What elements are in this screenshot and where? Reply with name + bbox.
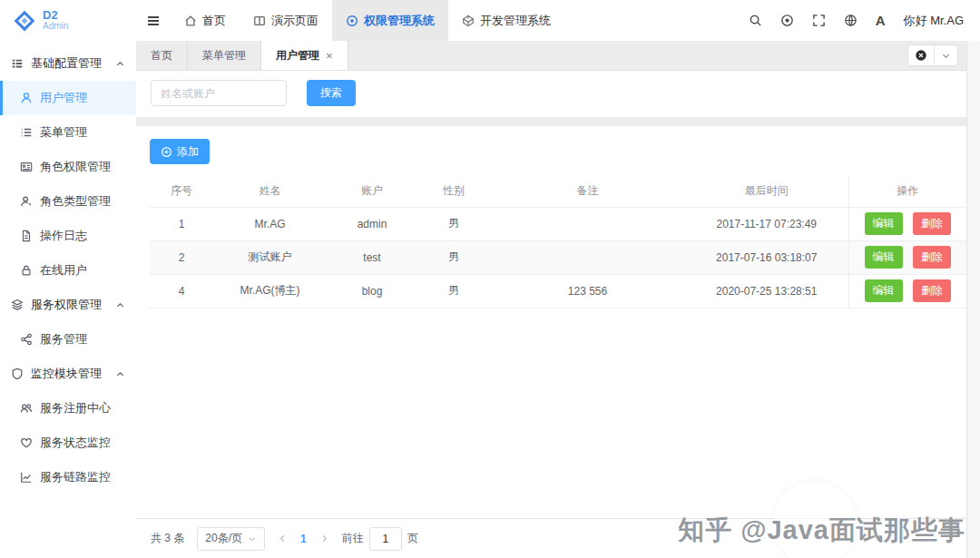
sidebar-item-service-trace[interactable]: 服务链路监控 [0,460,136,494]
edit-button[interactable]: 编辑 [865,212,903,235]
sidebar-item-label: 服务状态监控 [40,435,111,451]
columns-icon [253,15,266,27]
page-number-current[interactable]: 1 [297,533,310,545]
topnav-label: 权限管理系统 [364,13,435,29]
fullscreen-icon[interactable] [812,14,826,27]
tab-close-icon[interactable]: × [326,50,333,62]
tab-label: 用户管理 [276,48,319,64]
cell-name: 测试账户 [213,240,327,274]
page-size-select[interactable]: 20条/页 [197,527,265,551]
brand-line1: D2 [43,9,68,22]
tab-actions-dropdown-button[interactable] [934,45,957,65]
prev-page-button[interactable] [278,534,288,543]
top-nav: 首页 演示页面 权限管理系统 开发管理系统 [171,0,564,41]
chevron-up-icon [115,59,125,69]
sidebar-item-user-management[interactable]: 用户管理 [0,81,136,115]
col-header-name: 姓名 [213,175,327,207]
total-count: 共 3 条 [151,531,184,546]
topnav-label: 首页 [202,13,226,29]
logo-icon [13,9,36,33]
table-row: 1 Mr.AG admin 男 2017-11-17 07:23:49 编辑 删… [150,207,966,240]
tab-bar: 首页 菜单管理 用户管理 × [136,41,980,71]
search-icon[interactable] [749,14,762,27]
users-icon [20,402,33,415]
add-button[interactable]: 添加 [150,139,210,164]
sidebar-item-role-permission[interactable]: 角色权限管理 [0,150,136,184]
search-panel: 搜索 [136,71,980,117]
cell-gender: 男 [417,274,490,308]
tab-label: 首页 [151,48,172,64]
topnav-label: 开发管理系统 [480,13,551,29]
edit-button[interactable]: 编辑 [865,279,903,302]
file-icon [20,230,33,242]
chart-line-icon [20,471,33,484]
sidebar-toggle-button[interactable] [136,0,171,41]
close-all-tabs-button[interactable] [908,45,934,65]
sidebar-item-label: 操作日志 [40,228,87,244]
topnav-label: 演示页面 [271,13,318,29]
sidebar-item-label: 服务链路监控 [40,469,111,485]
content-card: 添加 序号 姓名 账户 性别 备注 最后时间 操作 [136,126,980,518]
scrollbar[interactable] [966,41,980,558]
col-header-time: 最后时间 [685,175,848,207]
share-nodes-icon [20,333,33,346]
cell-name: Mr.AG [213,207,327,240]
cell-gender: 男 [417,240,490,274]
edit-button[interactable]: 编辑 [865,246,903,269]
sidebar-item-label: 服务注册中心 [40,400,111,416]
delete-button[interactable]: 删除 [913,279,951,302]
delete-button[interactable]: 删除 [913,212,951,235]
topnav-item-home[interactable]: 首页 [171,0,240,41]
th-list-icon [11,57,24,70]
table-header-row: 序号 姓名 账户 性别 备注 最后时间 操作 [150,175,966,207]
goto-page-input[interactable] [369,527,402,551]
sidebar-item-operation-log[interactable]: 操作日志 [0,219,136,253]
lock-icon [20,264,33,277]
cell-time: 2020-07-25 13:28:51 [685,274,848,308]
sidebar-item-menu-management[interactable]: 菜单管理 [0,115,136,150]
sidebar-group-monitor-module[interactable]: 监控模块管理 [0,357,136,391]
col-header-account: 账户 [327,175,417,207]
sidebar-item-service-status[interactable]: 服务状态监控 [0,426,136,460]
sidebar-group-basic-config[interactable]: 基础配置管理 [0,46,136,81]
col-header-remark: 备注 [490,175,685,207]
next-page-button[interactable] [319,534,329,543]
cell-account: admin [327,207,417,240]
user-greeting[interactable]: 你好 Mr.AG [904,13,964,29]
sidebar-item-role-type[interactable]: 角色类型管理 [0,184,136,219]
globe-icon[interactable] [844,14,858,27]
sidebar-item-service-management[interactable]: 服务管理 [0,322,136,357]
cell-account: test [327,240,417,274]
cell-time: 2017-11-17 07:23:49 [685,207,848,240]
search-input[interactable] [151,80,287,106]
topnav-item-demo-pages[interactable]: 演示页面 [240,0,332,41]
record-icon[interactable] [780,14,794,27]
id-card-icon [20,161,33,173]
sidebar-item-online-users[interactable]: 在线用户 [0,253,136,288]
sidebar-group-service-permission[interactable]: 服务权限管理 [0,288,136,322]
plus-circle-icon [161,146,172,158]
topnav-item-dev-system[interactable]: 开发管理系统 [448,0,564,41]
goto-page: 前往 页 [342,527,418,551]
col-header-actions: 操作 [848,175,966,207]
app-logo[interactable]: D2 Admin [0,9,136,33]
font-size-icon[interactable]: A [876,13,886,28]
cell-id: 1 [150,207,213,240]
cell-remark [490,207,685,240]
tab-home[interactable]: 首页 [136,41,188,70]
search-button[interactable]: 搜索 [307,80,356,106]
user-icon [20,92,33,104]
cell-name: Mr.AG(博主) [213,274,327,308]
tab-user-management[interactable]: 用户管理 × [261,41,348,70]
table-row: 2 测试账户 test 男 2017-07-16 03:18:07 编辑 删除 [150,240,966,274]
heart-icon [20,436,33,449]
table-row: 4 Mr.AG(博主) blog 男 123 556 2020-07-25 13… [150,274,966,308]
delete-button[interactable]: 删除 [913,246,951,269]
topnav-item-permission-system[interactable]: 权限管理系统 [332,0,448,41]
sidebar-item-service-registry[interactable]: 服务注册中心 [0,391,136,426]
tab-menu-management[interactable]: 菜单管理 [188,41,261,70]
sidebar-item-label: 角色权限管理 [40,159,111,175]
list-icon [20,126,33,139]
cell-account: blog [327,274,417,308]
cell-remark [490,240,685,274]
